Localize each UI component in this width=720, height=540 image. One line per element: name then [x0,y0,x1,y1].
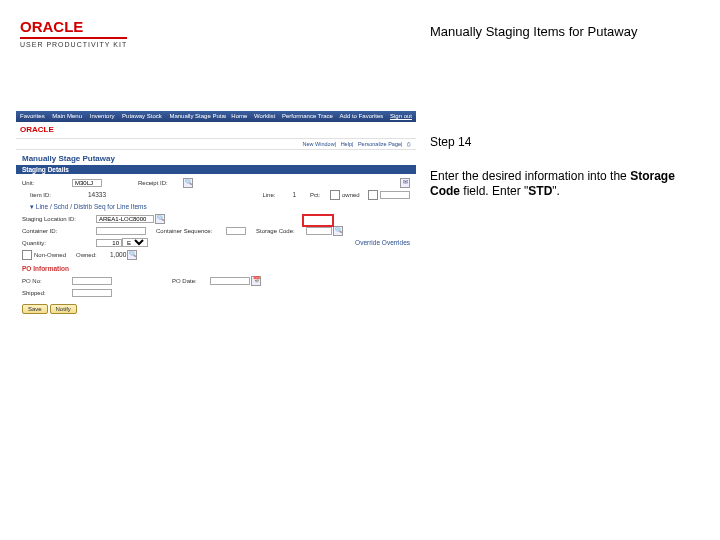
staging-loc-label: Staging Location ID: [22,216,96,222]
owned-input[interactable] [380,191,410,199]
container-seq-label: Container Sequence: [156,228,226,234]
nav-manually-stage[interactable]: Manually Stage Putaway [169,113,226,119]
app-screenshot: Favorites Main Menu Inventory Putaway St… [15,110,417,312]
lookup-icon[interactable]: 🔍 [183,178,193,188]
shipped-input[interactable] [72,289,112,297]
section-band: Staging Details [16,165,416,174]
save-button[interactable]: Save [22,304,48,314]
nav-worklist[interactable]: Worklist [254,113,275,119]
quantity-label: Quantity: [22,240,96,246]
instruction-text: Enter the desired information into the S… [430,169,690,200]
staging-loc-input[interactable] [96,215,154,223]
receipt-id-label: Receipt ID: [138,180,182,186]
logo-row: ORACLE [16,122,416,139]
owned-label-short: owned [342,192,368,198]
owned-value: 1,000 [110,251,126,258]
oracle-logo-small: ORACLE [20,125,54,134]
form-area: Unit: Receipt ID: 🔍 ✉ Item ID: 14333 Lin… [16,174,416,263]
page-toolbar: New Window| Help| Personalize Page| ⎙ [16,139,416,150]
pct-checkbox[interactable] [330,190,340,200]
page-heading: Manually Stage Putaway [16,150,416,165]
document-title: Manually Staging Items for Putaway [430,24,637,39]
nav-signout[interactable]: Sign out [390,113,412,119]
brand-block: ORACLE USER PRODUCTIVITY KIT [20,18,127,49]
step-label: Step 14 [430,135,690,151]
oracle-logo: ORACLE [20,18,127,35]
line-label: Line: [262,192,292,198]
brand-subtitle: USER PRODUCTIVITY KIT [20,37,127,48]
row-action-icon[interactable]: ✉ [400,178,410,188]
lookup-icon[interactable]: 🔍 [333,226,343,236]
nav-favorites[interactable]: Favorites [20,113,45,119]
po-no-label: PO No: [22,278,72,284]
calendar-icon[interactable]: 📅 [251,276,261,286]
top-nav-bar: Favorites Main Menu Inventory Putaway St… [16,111,416,122]
shipped-label: Shipped: [22,290,72,296]
storage-code-label: Storage Code: [256,228,306,234]
nav-add-fav[interactable]: Add to Favorites [340,113,384,119]
owned-label: Owned: [76,252,110,258]
container-id-input[interactable] [96,227,146,235]
link-new-window[interactable]: New Window [303,141,335,147]
instruction-panel: Step 14 Enter the desired information in… [430,135,690,200]
unit-input[interactable] [72,179,102,187]
item-id-label: Item ID: [22,192,88,198]
quantity-uom-select[interactable]: EA [122,238,148,247]
nav-perf-trace[interactable]: Performance Trace [282,113,333,119]
po-date-input[interactable] [210,277,250,285]
action-buttons: Save Notify [16,301,416,317]
quantity-input[interactable] [96,239,122,247]
container-seq-input[interactable] [226,227,246,235]
link-personalize[interactable]: Personalize Page [358,141,401,147]
toggle-line-items[interactable]: ▾ Line / Schd / Distrib Seq for Line Ite… [22,203,147,211]
storage-code-input[interactable] [306,227,332,235]
po-info-section: PO Information [16,263,416,272]
non-owned-label: Non-Owned [34,252,76,258]
non-owned-checkbox[interactable] [22,250,32,260]
highlight-callout [302,214,334,227]
nav-home[interactable]: Home [231,113,247,119]
lookup-icon[interactable]: 🔍 [155,214,165,224]
print-icon[interactable]: ⎙ [407,141,410,147]
nav-main-menu[interactable]: Main Menu [52,113,82,119]
notify-button[interactable]: Notify [50,304,77,314]
line-value: 1 [292,191,296,198]
owned-checkbox[interactable] [368,190,378,200]
item-id-value: 14333 [88,191,106,198]
nav-putaway-stock[interactable]: Putaway Stock [122,113,162,119]
nav-inventory[interactable]: Inventory [90,113,115,119]
link-help[interactable]: Help [341,141,352,147]
container-id-label: Container ID: [22,228,96,234]
lookup-icon[interactable]: 🔍 [127,250,137,260]
pct-label: Pct: [310,192,330,198]
po-date-label: PO Date: [172,278,210,284]
po-no-input[interactable] [72,277,112,285]
nav-right: Home Worklist Performance Trace Add to F… [226,111,412,122]
override-link[interactable]: Override Overrides [355,239,410,246]
breadcrumb: Favorites Main Menu Inventory Putaway St… [20,111,226,122]
unit-label: Unit: [22,180,72,186]
